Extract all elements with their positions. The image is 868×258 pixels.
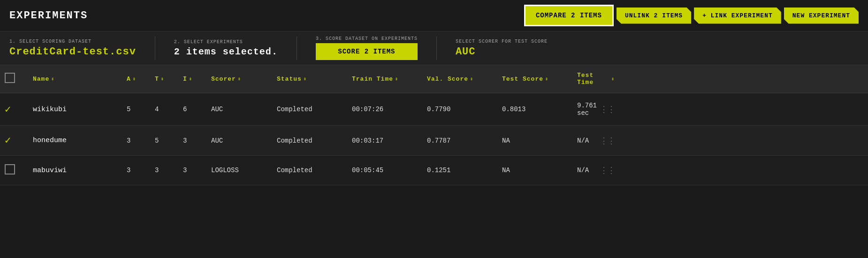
sort-a-icon: ⇕ <box>133 76 136 82</box>
cell-test-score: NA <box>502 167 577 174</box>
cell-status: Completed <box>277 137 352 144</box>
score-button[interactable]: SCORE 2 ITEMS <box>316 43 418 60</box>
table-row[interactable]: ✓ honedume 3 5 3 AUC Completed 00:03:17 … <box>0 126 868 156</box>
cell-check[interactable] <box>5 164 33 176</box>
scorer-value: AUC <box>456 46 548 58</box>
col-t[interactable]: T ⇕ <box>155 76 183 83</box>
table-header: Name ⇕ A ⇕ T ⇕ I ⇕ Scorer ⇕ Status ⇕ Tra… <box>0 65 868 93</box>
col-i[interactable]: I ⇕ <box>183 76 211 83</box>
cell-a: 3 <box>127 137 155 144</box>
col-name[interactable]: Name ⇕ <box>33 76 127 83</box>
cell-test-time: N/A ⋮⋮ <box>577 136 615 146</box>
divider-3 <box>436 37 437 60</box>
sort-traintime-icon: ⇕ <box>395 76 398 82</box>
cell-name: wikikubi <box>33 106 127 114</box>
row-options-icon[interactable]: ⋮⋮ <box>600 165 615 175</box>
sort-t-icon: ⇕ <box>161 76 164 82</box>
row-options-icon[interactable]: ⋮⋮ <box>600 104 615 114</box>
cell-status: Completed <box>277 167 352 174</box>
dataset-section: 1. SELECT SCORING DATASET CreditCard-tes… <box>9 39 136 58</box>
table-row[interactable]: mabuviwi 3 3 3 LOGLOSS Completed 00:05:4… <box>0 156 868 185</box>
row-checkmark[interactable]: ✓ <box>5 104 11 116</box>
cell-scorer: LOGLOSS <box>211 167 277 174</box>
cell-check[interactable]: ✓ <box>5 103 33 116</box>
sort-testtime-icon: ⇕ <box>611 76 615 82</box>
cell-name: mabuviwi <box>33 167 127 175</box>
page-title: EXPERIMENTS <box>9 10 88 22</box>
col-scorer[interactable]: Scorer ⇕ <box>211 76 277 83</box>
col-test-score[interactable]: Test Score ⇕ <box>502 76 577 83</box>
row-checkbox[interactable] <box>5 164 15 175</box>
cell-train-time: 00:07:26 <box>352 106 427 113</box>
score-section: 3. SCORE DATASET ON EXPERIMENTS SCORE 2 … <box>316 36 418 60</box>
unlink-button[interactable]: UNLINK 2 ITEMS <box>617 8 691 24</box>
divider-2 <box>297 37 297 60</box>
sort-scorer-icon: ⇕ <box>238 76 241 82</box>
subbar: 1. SELECT SCORING DATASET CreditCard-tes… <box>0 31 868 65</box>
experiments-label: 2. SELECT EXPERIMENTS <box>174 39 278 45</box>
cell-name: honedume <box>33 137 127 144</box>
top-buttons: COMPARE 2 ITEMS UNLINK 2 ITEMS + LINK EX… <box>524 5 859 26</box>
sort-status-icon: ⇕ <box>304 76 307 82</box>
cell-status: Completed <box>277 106 352 113</box>
new-experiment-button[interactable]: NEW EXPERIMENT <box>784 8 859 24</box>
link-experiment-button[interactable]: + LINK EXPERIMENT <box>694 8 781 24</box>
cell-i: 3 <box>183 167 211 174</box>
cell-a: 3 <box>127 167 155 174</box>
scorer-section: SELECT SCORER FOR TEST SCORE AUC <box>456 39 548 58</box>
score-label: 3. SCORE DATASET ON EXPERIMENTS <box>316 36 418 41</box>
cell-check[interactable]: ✓ <box>5 134 33 147</box>
cell-scorer: AUC <box>211 106 277 113</box>
col-test-time[interactable]: Test Time ⇕ <box>577 72 615 86</box>
cell-t: 4 <box>155 106 183 113</box>
cell-test-time: N/A ⋮⋮ <box>577 165 615 175</box>
cell-val-score: 0.7787 <box>427 137 502 144</box>
sort-valscore-icon: ⇕ <box>470 76 473 82</box>
table-row[interactable]: ✓ wikikubi 5 4 6 AUC Completed 00:07:26 … <box>0 93 868 126</box>
table-body: ✓ wikikubi 5 4 6 AUC Completed 00:07:26 … <box>0 93 868 185</box>
divider-1 <box>155 37 155 60</box>
scorer-label: SELECT SCORER FOR TEST SCORE <box>456 39 548 44</box>
cell-test-time: 9.761 sec ⋮⋮ <box>577 102 615 117</box>
row-options-icon[interactable]: ⋮⋮ <box>600 136 615 146</box>
cell-train-time: 00:05:45 <box>352 167 427 174</box>
col-a[interactable]: A ⇕ <box>127 76 155 83</box>
cell-val-score: 0.7790 <box>427 106 502 113</box>
cell-t: 5 <box>155 137 183 144</box>
col-train-time[interactable]: Train Time ⇕ <box>352 76 427 83</box>
sort-name-icon: ⇕ <box>51 76 54 82</box>
cell-t: 3 <box>155 167 183 174</box>
cell-a: 5 <box>127 106 155 113</box>
cell-train-time: 00:03:17 <box>352 137 427 144</box>
col-status[interactable]: Status ⇕ <box>277 76 352 83</box>
cell-val-score: 0.1251 <box>427 167 502 174</box>
cell-test-score: 0.8013 <box>502 106 577 113</box>
row-checkmark[interactable]: ✓ <box>5 135 11 147</box>
experiments-value: 2 items selected. <box>174 46 278 57</box>
cell-i: 3 <box>183 137 211 144</box>
col-val-score[interactable]: Val. Score ⇕ <box>427 76 502 83</box>
experiments-section: 2. SELECT EXPERIMENTS 2 items selected. <box>174 39 278 57</box>
dataset-value: CreditCard-test.csv <box>9 46 136 58</box>
cell-scorer: AUC <box>211 137 277 144</box>
cell-test-score: NA <box>502 137 577 144</box>
header-checkbox-cell[interactable] <box>5 73 33 85</box>
sort-i-icon: ⇕ <box>189 76 192 82</box>
sort-testscore-icon: ⇕ <box>545 76 548 82</box>
cell-i: 6 <box>183 106 211 113</box>
select-all-checkbox[interactable] <box>5 73 15 83</box>
top-bar: EXPERIMENTS COMPARE 2 ITEMS UNLINK 2 ITE… <box>0 0 868 31</box>
dataset-label: 1. SELECT SCORING DATASET <box>9 39 136 44</box>
compare-button[interactable]: COMPARE 2 ITEMS <box>524 5 614 26</box>
